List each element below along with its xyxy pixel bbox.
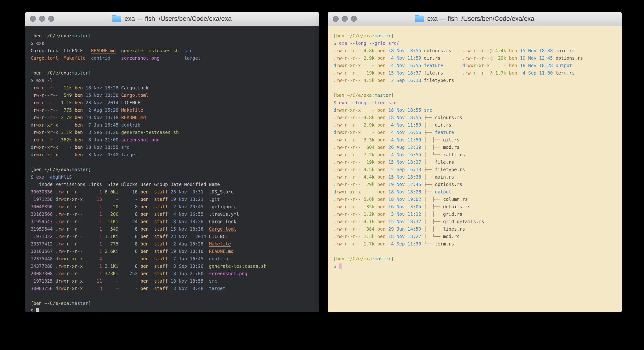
terminal-line: .rw-r--r-- 1.1k ben 23 Nov 2014 LICENCE xyxy=(31,99,315,106)
terminal-line: .rw-r--r-- 5.6k ben 18 Nov 19:02 │ ├── c… xyxy=(334,196,618,203)
terminal-line: .rw-r--r-- 775 ben 2 Aug 15:28 Makefile xyxy=(31,106,315,114)
terminal-line: $ exa xyxy=(31,40,315,47)
terminal-line: .rw-r--r-- 19k ben 15 Nov 18:37 file.rs … xyxy=(334,69,618,77)
terminal-line: .rwxr-xr-x 3.1k ben 3 Sep 13:26 generate… xyxy=(31,129,315,136)
terminal-line: .rw-r--r-- 604 ben 26 Aug 12:19 │ ├── mo… xyxy=(334,144,618,151)
terminal-line: 20087308 .rw-r--r-- 1 373Ki 752 ben staf… xyxy=(31,270,315,277)
terminal-line: [ben ~/C/e/exa:master] xyxy=(334,32,618,40)
terminal-line: .rw-r--r-- 2.7k ben 19 Nov 13:18 README.… xyxy=(31,114,315,121)
terminal-line xyxy=(31,62,315,69)
terminal-line: [ben ~/C/e/exa:master] xyxy=(31,300,315,307)
window-controls xyxy=(30,12,54,26)
terminal-content-light[interactable]: [ben ~/C/e/exa:master]$ exa --long --gri… xyxy=(328,26,622,312)
terminal-line: .rw-r--r-- 1.3k ben 18 Nov 18:27 │ └── m… xyxy=(334,233,618,240)
terminal-line: 31959543 .rw-r--r-- 1 11Ki 24 ben staff … xyxy=(31,218,315,225)
terminal-line: Cargo.toml Makefile contrib screenshot.p… xyxy=(31,54,315,62)
terminal-line: 1971322 .rw-r--r-- 1 1.1Ki 8 ben staff 2… xyxy=(31,233,315,240)
terminal-window-dark: exa — fish /Users/ben/Code/exa/exa [ben … xyxy=(25,12,319,312)
terminal-line: .rw-r--r-- 35k ben 16 Nov 3:05 │ ├── det… xyxy=(334,203,618,210)
cursor xyxy=(36,308,39,312)
minimize-button[interactable] xyxy=(342,16,348,22)
terminal-line: .rw-r--r-- 11k ben 18 Nov 18:28 Cargo.lo… xyxy=(31,84,315,92)
terminal-line: [ben ~/C/e/exa:master] xyxy=(31,69,315,77)
terminal-line: .rw-r--r-- 4.8k ben 18 Nov 18:55 colours… xyxy=(334,47,618,54)
window-title-path: /Users/ben/Code/exa/exa xyxy=(461,15,534,22)
terminal-line: 1971258 drwxr-xr-x 15 - - ben staff 19 N… xyxy=(31,196,315,203)
cursor xyxy=(339,264,342,269)
close-button[interactable] xyxy=(333,16,339,22)
terminal-line: [ben ~/C/e/exa:master] xyxy=(31,166,315,173)
terminal-line xyxy=(31,292,315,300)
terminal-line: 23377412 .rw-r--r-- 1 775 8 ben staff 2 … xyxy=(31,240,315,248)
terminal-line: drwxr-xr-x - ben 7 Jun 16:45 contrib xyxy=(31,121,315,129)
window-title-group: exa — fish /Users/ben/Code/exa/exa xyxy=(112,15,232,22)
minimize-button[interactable] xyxy=(39,16,45,22)
terminal-line: drwxr-xr-x - ben 18 Nov 18:28 ├── output xyxy=(334,188,618,196)
terminal-line: drwxr-xr-x - ben 18 Nov 18:55 src xyxy=(334,106,618,114)
terminal-line: drwxr-xr-x - ben 4 Nov 16:55 feature drw… xyxy=(334,62,618,69)
terminal-line: .rw-r--r-- 4.4k ben 15 Nov 18:38 ├── mai… xyxy=(334,173,618,181)
folder-icon xyxy=(415,16,424,22)
terminal-line xyxy=(31,158,315,166)
terminal-line: .rw-r--r-- 4.1k ben 15 Nov 18:37 │ ├── g… xyxy=(334,218,618,225)
terminal-line: .rw-r--r-- 382k ben 8 Jun 21:00 screensh… xyxy=(31,136,315,144)
terminal-line: 30163567 .rw-r--r-- 1 2.6Ki 8 ben staff … xyxy=(31,248,315,255)
terminal-line: 30030336 .rw-r--r-- 1 6.0Ki 16 ben staff… xyxy=(31,188,315,196)
terminal-line: $ exa -abghHliS xyxy=(31,173,315,181)
terminal-line: inode Permissions Links Size Blocks User… xyxy=(31,181,315,188)
terminal-line: Cargo.lock LICENCE README.md generate-te… xyxy=(31,47,315,54)
terminal-line xyxy=(334,84,618,92)
terminal-line: drwxr-xr-x - ben 18 Nov 18:55 src xyxy=(31,144,315,151)
terminal-window-light: exa — fish /Users/ben/Code/exa/exa [ben … xyxy=(328,12,622,312)
terminal-line: .rw-r--r-- 3.3k ben 4 Nov 11:59 │ ├── gi… xyxy=(334,136,618,144)
window-controls xyxy=(333,12,357,26)
terminal-line xyxy=(334,248,618,255)
terminal-line: $ xyxy=(334,262,618,270)
terminal-line: drwxr-xr-x - ben 4 Nov 16:55 ├── feature xyxy=(334,129,618,136)
terminal-line: $ exa --long --tree src xyxy=(334,99,618,106)
terminal-line: .rw-r--r-- 7.2k ben 4 Nov 16:55 │ └── xa… xyxy=(334,151,618,158)
terminal-line: .rw-r--r-- 4.5k ben 2 Sep 16:13 filetype… xyxy=(334,77,618,84)
terminal-line: .rw-r--r-- 1.2k ben 3 Nov 11:12 │ ├── gr… xyxy=(334,210,618,218)
terminal-line: $ exa --long --grid src/ xyxy=(334,40,618,47)
terminal-line: [ben ~/C/e/exa:master] xyxy=(334,92,618,99)
desktop: { "windows": { "left": { "title_app": "e… xyxy=(0,0,644,350)
terminal-line: $ xyxy=(31,307,315,312)
terminal-line: .rw-r--r-- 2.9k ben 4 Nov 11:59 dir.rs .… xyxy=(334,54,618,62)
terminal-line: [ben ~/C/e/exa:master] xyxy=(334,255,618,262)
zoom-button[interactable] xyxy=(48,16,54,22)
folder-icon xyxy=(112,16,121,22)
terminal-line: .rw-r--r-- 1.7k ben 4 Sep 11:30 └── term… xyxy=(334,240,618,248)
window-title: exa — fish xyxy=(124,15,155,22)
terminal-line: $ exa -l xyxy=(31,77,315,84)
terminal-line: .rw-r--r-- 2.9k ben 4 Nov 11:59 ├── dir.… xyxy=(334,121,618,129)
close-button[interactable] xyxy=(30,16,36,22)
terminal-line: .rw-r--r-- 19k ben 15 Nov 18:37 ├── file… xyxy=(334,158,618,166)
terminal-line: .rw-r--r-- 549 ben 15 Nov 18:38 Cargo.to… xyxy=(31,92,315,99)
terminal-line: 24377288 .rwxr-xr-x 1 3.1Ki 8 ben staff … xyxy=(31,262,315,270)
terminal-line: 30083756 drwxr-xr-x 3 - - ben staff 3 No… xyxy=(31,285,315,292)
terminal-content-dark[interactable]: [ben ~/C/e/exa:master]$ exaCargo.lock LI… xyxy=(25,26,319,312)
terminal-line: [ben ~/C/e/exa:master] xyxy=(31,32,315,40)
terminal-line: .rw-r--r-- 4.5k ben 2 Sep 16:13 ├── file… xyxy=(334,166,618,173)
zoom-button[interactable] xyxy=(351,16,357,22)
terminal-line: 31959544 .rw-r--r-- 1 549 8 ben staff 15… xyxy=(31,225,315,233)
terminal-line: 12375448 drwxr-xr-x 4 - - ben staff 7 Ju… xyxy=(31,255,315,262)
terminal-line: 30163566 .rw-r--r-- 1 200 8 ben staff 4 … xyxy=(31,210,315,218)
terminal-line: .rw-r--r-- 29k ben 19 Nov 12:45 ├── opti… xyxy=(334,181,618,188)
terminal-line: drwxr-xr-x - ben 3 Nov 0:48 target xyxy=(31,151,315,158)
titlebar[interactable]: exa — fish /Users/ben/Code/exa/exa xyxy=(25,12,319,26)
titlebar[interactable]: exa — fish /Users/ben/Code/exa/exa xyxy=(328,12,622,26)
terminal-line: .rw-r--r-- 384 ben 29 Jun 14:50 │ ├── li… xyxy=(334,225,618,233)
window-title: exa — fish xyxy=(427,15,458,22)
terminal-line: 30048390 .rw-r--r-- 1 20 8 ben staff 2 N… xyxy=(31,203,315,210)
terminal-line: 1971325 drwxr-xr-x 11 - - ben staff 18 N… xyxy=(31,277,315,285)
window-title-group: exa — fish /Users/ben/Code/exa/exa xyxy=(415,15,534,22)
terminal-line: .rw-r--r-- 4.8k ben 18 Nov 18:55 ├── col… xyxy=(334,114,618,121)
window-title-path: /Users/ben/Code/exa/exa xyxy=(159,15,232,22)
